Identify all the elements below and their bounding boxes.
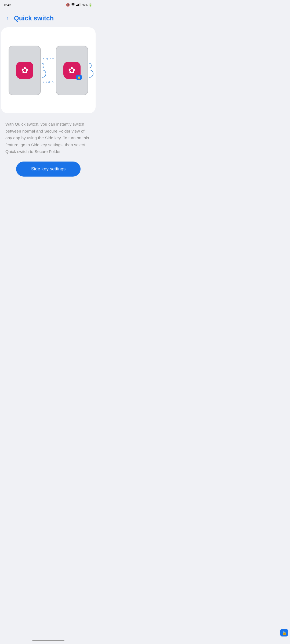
svg-rect-1: [76, 5, 77, 6]
back-button[interactable]: ‹: [3, 13, 12, 23]
phone-normal: ✿: [9, 46, 41, 95]
wifi-icon: [71, 3, 75, 7]
svg-rect-2: [77, 5, 78, 6]
app-icon-normal: ✿: [16, 62, 33, 79]
flower-icon-normal: ✿: [21, 65, 28, 75]
nfc-waves-2: [89, 63, 93, 78]
dot-4: [43, 82, 44, 83]
dot-1: [46, 58, 48, 60]
phones-container: ✿ ‹ › ✿: [9, 46, 88, 95]
svg-rect-4: [79, 3, 80, 6]
wave-small-2: [89, 63, 92, 68]
battery-icon: 🔋: [89, 3, 92, 7]
svg-rect-5: [80, 3, 81, 6]
status-bar: 6:42 🔇 36% 🔋: [0, 0, 97, 9]
back-icon: ‹: [6, 15, 8, 22]
notification-icon: 🔇: [66, 3, 70, 7]
header: ‹ Quick switch: [0, 9, 97, 27]
phone-secure: ✿ 🔒: [56, 46, 88, 95]
dot-3: [52, 58, 54, 59]
wave-large-2: [89, 70, 93, 78]
bottom-dots: ›: [43, 80, 53, 85]
svg-rect-3: [78, 4, 79, 6]
side-key-settings-button[interactable]: Side key settings: [16, 162, 81, 177]
status-icons: 🔇 36% 🔋: [66, 3, 92, 7]
right-arrow: ›: [52, 80, 53, 85]
left-arrow: ‹: [43, 56, 44, 61]
dot-2: [50, 58, 51, 59]
dot-6: [48, 81, 50, 83]
top-dots: ‹: [43, 56, 53, 61]
app-icon-secure: ✿ 🔒: [63, 62, 81, 79]
secure-badge: 🔒: [76, 75, 82, 80]
svg-point-0: [73, 5, 73, 6]
dot-5: [46, 82, 47, 83]
flower-icon-secure: ✿: [68, 65, 75, 75]
signal-icon: [76, 3, 81, 7]
description-text: With Quick switch, you can instantly swi…: [0, 119, 97, 162]
transfer-arrows: ‹ ›: [43, 56, 53, 85]
illustration-card: ✿ ‹ › ✿: [1, 27, 96, 113]
battery-percentage: 36%: [82, 3, 88, 6]
status-time: 6:42: [4, 3, 11, 7]
page-title: Quick switch: [14, 14, 54, 22]
